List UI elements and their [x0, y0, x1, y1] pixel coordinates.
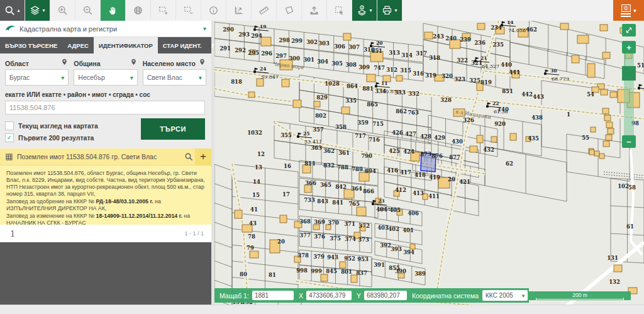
- svg-text:53.411: 53.411: [304, 139, 322, 145]
- full-extent-button[interactable]: [622, 24, 636, 36]
- parcel-label: 788: [337, 164, 348, 171]
- upload-button[interactable]: [302, 0, 327, 21]
- print-icon: [382, 5, 392, 16]
- parcel-label: 1028: [325, 81, 340, 87]
- select-box-icon: [334, 5, 345, 16]
- parcel-label: 842: [335, 184, 347, 190]
- parcel-label: 292: [235, 47, 246, 53]
- measure-area-button[interactable]: [277, 0, 302, 21]
- svg-text:30: 30: [550, 68, 557, 74]
- map-canvas[interactable]: 192459.847202164.3271160.8723068.7792261…: [214, 21, 644, 314]
- parcel-label: 357: [313, 126, 324, 133]
- svg-text:24: 24: [260, 66, 266, 72]
- field-select[interactable]: Бургас▾: [5, 69, 69, 86]
- zoom-slider-handle[interactable]: [622, 66, 636, 81]
- add-to-cart-button[interactable]: +: [195, 149, 211, 165]
- field-select[interactable]: Свети Влас▾: [143, 69, 206, 86]
- zoom-control: + −: [622, 24, 636, 150]
- parcel-label: 322: [457, 57, 468, 64]
- zoom-box-out-button[interactable]: [176, 0, 201, 21]
- zoom-out-button[interactable]: −: [622, 135, 636, 148]
- scalebar-text: 200 m: [572, 292, 587, 298]
- parcel-label: 440: [501, 62, 512, 68]
- parcel-label: 843: [317, 198, 328, 205]
- svg-text:20: 20: [376, 40, 382, 46]
- parcel-label: 747: [374, 65, 385, 71]
- field-select[interactable]: Несебър▾: [74, 69, 137, 86]
- cart-menu-button[interactable]: 0 ▾: [613, 0, 644, 21]
- layers-info-button[interactable]: ▾: [352, 0, 377, 21]
- tab-identifier[interactable]: ИДЕНТИФИКАТОР: [94, 37, 158, 53]
- tab-item-0[interactable]: БЪРЗО ТЪРСЕНЕ: [0, 37, 62, 53]
- building: [261, 37, 271, 46]
- building: [313, 225, 319, 230]
- parcel-label: 298: [279, 37, 290, 43]
- identifier-input[interactable]: [5, 101, 205, 115]
- crs-label: Координатна система: [412, 292, 479, 300]
- checkbox-checked[interactable]: ✓: [5, 133, 14, 142]
- globe-button[interactable]: [126, 0, 151, 21]
- pan-button[interactable]: [101, 0, 126, 21]
- parcel-label: 235: [492, 42, 504, 48]
- measure-icon: [258, 5, 269, 16]
- parcel-label: 316: [413, 70, 424, 77]
- parcel-label: 323: [454, 76, 465, 82]
- parcel-label: 376: [314, 233, 325, 240]
- building: [340, 262, 346, 268]
- parcel-label: 81: [269, 272, 276, 278]
- zoom-in-icon: [57, 5, 68, 16]
- info-button[interactable]: [201, 0, 226, 21]
- tab-item-3[interactable]: СТАР ИДЕНТ.: [158, 37, 207, 53]
- parcel-label: 51: [637, 62, 644, 69]
- parcel-label: 295: [248, 50, 259, 56]
- building: [601, 89, 608, 95]
- result-item-header[interactable]: Поземлен имот 11538.504.876 гр. Свети Вл…: [0, 149, 211, 165]
- page-number[interactable]: 1: [10, 229, 15, 238]
- scale-tool-button[interactable]: [226, 0, 252, 21]
- layers-button[interactable]: ▾: [25, 0, 50, 21]
- crs-select[interactable]: ККС 2005 ▾: [482, 290, 528, 301]
- building: [410, 244, 415, 249]
- parcel-label: 790: [361, 153, 372, 159]
- building: [610, 92, 617, 98]
- scale-input[interactable]: [252, 291, 294, 300]
- select-box-button[interactable]: [327, 0, 352, 21]
- parcel-label: 236: [474, 40, 486, 46]
- parcel-label: 361: [338, 150, 350, 156]
- measure-button[interactable]: [252, 0, 277, 21]
- field-label: Населено място: [143, 60, 196, 67]
- y-coordinate-input[interactable]: [364, 291, 407, 300]
- zoom-out-button[interactable]: [75, 0, 101, 21]
- checkbox-unchecked[interactable]: [5, 121, 14, 130]
- building: [282, 79, 289, 87]
- x-label: X: [299, 292, 303, 300]
- x-coordinate-input[interactable]: [306, 291, 352, 300]
- parcel-label: 307: [348, 44, 360, 50]
- parcel-label: 811: [304, 160, 316, 167]
- parcel-label: 321: [471, 60, 482, 66]
- building: [614, 265, 622, 272]
- parcel-label: 733: [304, 197, 315, 203]
- parcel-label: 297: [275, 53, 287, 59]
- parcel-label: 419: [429, 174, 440, 181]
- pin-icon: [130, 58, 138, 67]
- zoom-box-in-button[interactable]: [151, 0, 176, 21]
- cadastral-map[interactable]: 192459.847202164.3271160.8723068.7792261…: [214, 21, 644, 314]
- parcel-label: 12: [257, 151, 265, 157]
- service-selector[interactable]: Кадастрална карта и регистри ▾: [0, 21, 211, 37]
- parcel-label: 20: [277, 238, 285, 245]
- parcel-label: 818: [231, 79, 242, 85]
- parcel-label: 365: [320, 182, 331, 188]
- parcel-label: 58: [628, 184, 636, 191]
- search-button[interactable]: ▴: [0, 0, 25, 21]
- zoom-to-result-icon[interactable]: [184, 152, 194, 162]
- parcel-label: 425: [389, 148, 400, 154]
- zoom-in-button[interactable]: [50, 0, 75, 21]
- print-button[interactable]: ▾: [377, 0, 402, 21]
- parcel-label: 55: [582, 135, 589, 141]
- search-button[interactable]: ТЪРСИ: [141, 118, 205, 140]
- parcel-label: 300: [289, 55, 300, 62]
- zoom-box-out-icon: [183, 5, 194, 16]
- zoom-in-button[interactable]: +: [622, 41, 636, 53]
- tab-item-1[interactable]: АДРЕС: [62, 37, 94, 53]
